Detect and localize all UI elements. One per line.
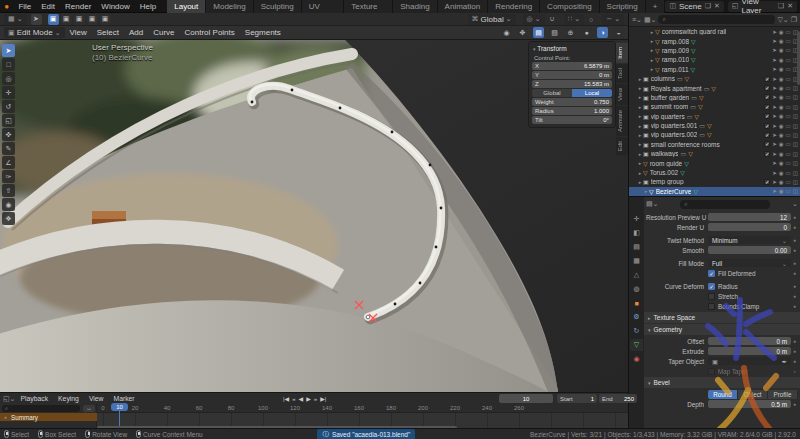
tool-draw[interactable]: ✑: [2, 170, 15, 183]
animate-dot-icon[interactable]: ●: [791, 283, 798, 289]
filter-funnel-icon[interactable]: ▽⌄: [777, 16, 788, 24]
delete-view-layer-icon[interactable]: ✕: [787, 2, 793, 10]
smooth-field[interactable]: 0.00: [708, 246, 791, 254]
hide-eye-icon[interactable]: ◉: [779, 94, 784, 100]
selectability-icon[interactable]: ➤: [772, 132, 777, 138]
workspace-tab-compositing[interactable]: Compositing: [540, 0, 599, 13]
taper-object-field[interactable]: ▣✒: [708, 357, 791, 365]
hide-eye-icon[interactable]: ◉: [779, 57, 784, 63]
summary-channel[interactable]: ▸Summary: [0, 413, 97, 421]
disable-render-camera-icon[interactable]: ◫: [793, 85, 798, 91]
transform-orientation-dropdown[interactable]: ⌘ Global ⌄: [468, 14, 516, 25]
mode-dropdown[interactable]: ▣ Edit Mode ⌄: [4, 27, 65, 38]
panel-header-bevel[interactable]: ▾Bevel: [644, 377, 800, 388]
resolution-preview-u-field[interactable]: 12: [708, 213, 791, 221]
next-keyframe-button[interactable]: »: [314, 396, 317, 402]
workspace-tab-scripting[interactable]: Scripting: [600, 0, 646, 13]
properties-tab-view-layer[interactable]: ▦: [630, 255, 643, 267]
animate-dot-icon[interactable]: ●: [791, 401, 798, 407]
disable-viewport-icon[interactable]: ▭: [786, 141, 791, 147]
tool-tweak[interactable]: ➤: [2, 44, 15, 57]
disable-viewport-icon[interactable]: ▭: [786, 76, 791, 82]
falloff-dropdown[interactable]: ∼⌄: [602, 14, 624, 25]
menu-help[interactable]: Help: [135, 0, 161, 13]
workspace-tab-[interactable]: +: [646, 0, 666, 13]
selectability-icon[interactable]: ➤: [772, 113, 777, 119]
viewport-menu-curve[interactable]: Curve: [148, 28, 179, 37]
animate-dot-icon[interactable]: ●: [791, 270, 798, 276]
animate-dot-icon[interactable]: ●: [791, 260, 798, 266]
hide-eye-icon[interactable]: ◉: [779, 141, 784, 147]
transform-panel-title[interactable]: ▾ Transform: [532, 44, 612, 54]
hide-eye-icon[interactable]: ◉: [779, 151, 784, 157]
timeline-editor-icon[interactable]: ◱⌄: [3, 395, 15, 403]
tool-cursor[interactable]: ◎: [2, 72, 15, 85]
tool-extrude[interactable]: ⇧: [2, 184, 15, 197]
outliner-row-ramp-010[interactable]: ▸▽ramp.010▽➤◉▭◫: [629, 55, 800, 64]
collection-checkbox[interactable]: ✓: [764, 151, 770, 157]
disable-viewport-icon[interactable]: ▭: [786, 132, 791, 138]
proportional-editing-icon[interactable]: ○: [587, 16, 595, 23]
workspace-tab-texture-paint[interactable]: Texture Paint: [344, 0, 393, 13]
space-toggle-local[interactable]: Local: [572, 89, 612, 97]
disable-viewport-icon[interactable]: ▭: [786, 113, 791, 119]
snap-settings-dropdown[interactable]: ∷⌄: [564, 14, 584, 25]
hide-eye-icon[interactable]: ◉: [779, 132, 784, 138]
collection-checkbox[interactable]: ✓: [764, 113, 770, 119]
shading-material-icon[interactable]: ◑: [597, 27, 608, 38]
properties-tab-modifiers[interactable]: ⚙: [630, 311, 643, 323]
workspace-tab-sculpting[interactable]: Sculpting: [254, 0, 302, 13]
properties-tab-tool[interactable]: ✛: [630, 213, 643, 225]
transform-z-field[interactable]: Z15.583 m: [532, 80, 612, 88]
tool-select-box[interactable]: □: [2, 58, 15, 71]
animate-dot-icon[interactable]: ●: [791, 303, 798, 309]
dopesheet-search-input[interactable]: ⌕: [2, 405, 80, 412]
map-taper-checkbox[interactable]: [708, 368, 715, 375]
timeline-menu-marker[interactable]: Marker: [108, 395, 139, 402]
disable-viewport-icon[interactable]: ▭: [786, 66, 791, 72]
selectability-icon[interactable]: ➤: [772, 160, 777, 166]
new-view-layer-icon[interactable]: ❑: [778, 2, 784, 10]
outliner-row-walkways[interactable]: ▸▣walkways▭▽✓➤◉▭◫: [629, 149, 800, 158]
selectability-icon[interactable]: ➤: [772, 47, 777, 53]
play-button[interactable]: ▶: [306, 395, 311, 402]
outliner-row-vip-quarters-002[interactable]: ▸▣vip quarters.002▭▽✓➤◉▭◫: [629, 130, 800, 139]
selectability-icon[interactable]: ➤: [772, 29, 777, 35]
radius-checkbox[interactable]: ✓: [708, 283, 715, 290]
disable-render-camera-icon[interactable]: ◫: [793, 104, 798, 110]
hide-eye-icon[interactable]: ◉: [779, 113, 784, 119]
outliner-row-temp-group[interactable]: ▸▣temp group✓➤◉▭◫: [629, 177, 800, 186]
selectability-icon[interactable]: ➤: [772, 123, 777, 129]
workspace-tab-layout[interactable]: Layout: [167, 0, 206, 13]
hide-eye-icon[interactable]: ◉: [779, 123, 784, 129]
collection-checkbox[interactable]: ✓: [764, 94, 770, 100]
outliner-row-columns[interactable]: ▸▣columns▭▽✓➤◉▭◫: [629, 74, 800, 83]
animate-dot-icon[interactable]: ●: [791, 368, 798, 374]
disable-render-camera-icon[interactable]: ◫: [793, 123, 798, 129]
disable-render-camera-icon[interactable]: ◫: [793, 179, 798, 185]
n-panel-tab-animate[interactable]: Animate: [616, 106, 628, 136]
selectability-icon[interactable]: ➤: [772, 179, 777, 185]
properties-tab-object[interactable]: ■: [630, 297, 643, 309]
disable-render-camera-icon[interactable]: ◫: [793, 94, 798, 100]
select-mode-intersect-icon[interactable]: ▣: [100, 14, 111, 25]
properties-tab-scene[interactable]: △: [630, 269, 643, 281]
properties-tab-world[interactable]: ◍: [630, 283, 643, 295]
animate-dot-icon[interactable]: ●: [791, 214, 798, 220]
animate-dot-icon[interactable]: ●: [791, 247, 798, 253]
transform-y-field[interactable]: Y0 m: [532, 71, 612, 79]
outliner-row-vip-quarters[interactable]: ▸▣vip quarters▭▽✓➤◉▭◫: [629, 112, 800, 121]
outliner-row-royals-apartment[interactable]: ▸▣Royals apartment▭▽✓➤◉▭◫: [629, 83, 800, 92]
collection-checkbox[interactable]: ✓: [764, 85, 770, 91]
selected-control-point[interactable]: [366, 315, 370, 319]
tool-rotate[interactable]: ↺: [2, 100, 15, 113]
outliner-row-ramp-011[interactable]: ▸▽ramp.011▽➤◉▭◫: [629, 65, 800, 74]
disable-viewport-icon[interactable]: ▭: [786, 179, 791, 185]
outliner-row-vip-quarters-001[interactable]: ▸▣vip quarters.001▭▽✓➤◉▭◫: [629, 121, 800, 130]
outliner-row-commswitch-guard-rail[interactable]: ▸▽commswitch guard rail➤◉▭◫: [629, 27, 800, 36]
workspace-tab-rendering[interactable]: Rendering: [488, 0, 540, 13]
fill-mode-dropdown[interactable]: Full⌄: [708, 259, 791, 267]
disable-viewport-icon[interactable]: ▭: [786, 170, 791, 176]
outliner-row-summit-room[interactable]: ▸▣summit room▭▽✓➤◉▭◫: [629, 102, 800, 111]
collection-checkbox[interactable]: ✓: [764, 132, 770, 138]
